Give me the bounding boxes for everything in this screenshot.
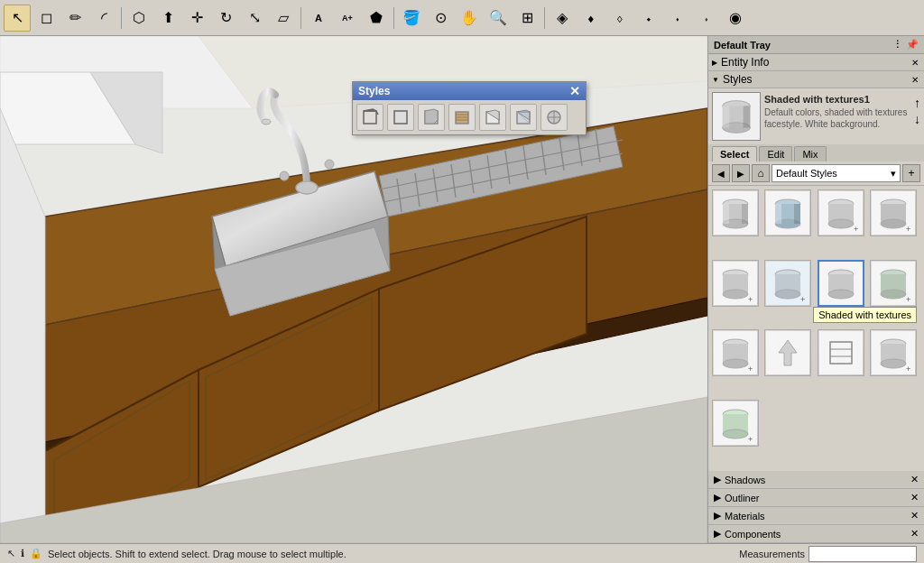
svg-point-125 — [723, 359, 748, 368]
zoom-tool-button[interactable]: 🔍 — [485, 5, 512, 32]
style-shaded-btn[interactable] — [418, 104, 445, 131]
style-cell-2[interactable] — [764, 189, 811, 236]
outliner-close-icon[interactable]: ✕ — [910, 492, 919, 503]
styles-panel-close-icon[interactable]: ✕ — [569, 85, 580, 97]
home-button[interactable]: ⌂ — [752, 164, 770, 182]
extra-tool-4[interactable]: ⬩ — [635, 5, 662, 32]
move-tool-button[interactable]: ✛ — [183, 5, 210, 32]
refresh-up-icon[interactable]: ↑ — [914, 96, 920, 110]
materials-close-icon[interactable]: ✕ — [910, 510, 919, 521]
svg-point-48 — [280, 171, 289, 180]
tab-mix[interactable]: Mix — [794, 146, 826, 162]
style-extra-btn[interactable] — [541, 104, 568, 131]
style-wireframe-btn[interactable] — [356, 104, 383, 131]
refresh-controls: ↑ ↓ — [914, 92, 920, 141]
extra-tool-2[interactable]: ⬧ — [578, 5, 605, 32]
style-cell-9[interactable]: + — [712, 329, 759, 376]
styles-dropdown[interactable]: Default Styles ▾ — [772, 164, 901, 182]
scale-tool-button[interactable]: ⤡ — [241, 5, 268, 32]
style-cell-7[interactable] — [818, 260, 864, 307]
style-hidden-btn[interactable] — [387, 104, 414, 131]
style-cell-3[interactable]: + — [818, 189, 864, 236]
pushpull-tool-button[interactable]: ⬆ — [154, 5, 181, 32]
orbit-tool-button[interactable]: ⊙ — [427, 5, 454, 32]
toolbar: ↖ ◻ ✏ ◜ ⬡ ⬆ ✛ ↻ ⤡ ▱ A A+ ⬟ 🪣 ⊙ ✋ 🔍 ⊞ ◈ ⬧… — [0, 0, 924, 36]
extra-tool-6[interactable]: ⬫ — [693, 5, 720, 32]
select-tool-button[interactable]: ↖ — [4, 5, 31, 32]
style-cell-5[interactable]: + — [712, 260, 759, 307]
tray-pin-icon[interactable]: 📌 — [906, 39, 919, 51]
pan-tool-button[interactable]: ✋ — [456, 5, 483, 32]
measurements-input[interactable] — [808, 546, 917, 562]
3dtext-tool-button[interactable]: A+ — [334, 5, 361, 32]
toolbar-separator-4 — [544, 7, 545, 29]
forward-button[interactable]: ▶ — [732, 164, 750, 182]
svg-text:+: + — [748, 435, 753, 444]
style-cell-12[interactable]: + — [870, 329, 917, 376]
measurements-area: Measurements — [739, 546, 917, 562]
style-cell-1[interactable] — [712, 189, 759, 236]
svg-rect-86 — [742, 204, 748, 224]
svg-point-101 — [881, 219, 906, 228]
style-cell-8[interactable]: + — [870, 260, 917, 307]
style-xray-btn[interactable] — [510, 104, 537, 131]
extra-tool-1[interactable]: ◈ — [549, 5, 576, 32]
shadows-triangle-icon: ▶ — [714, 474, 721, 485]
style-cell-10[interactable] — [764, 329, 811, 376]
svg-point-96 — [828, 219, 854, 228]
eraser-tool-button[interactable]: ◻ — [32, 5, 60, 32]
add-style-button[interactable]: + — [902, 164, 920, 182]
measure-tool-button[interactable]: ⬟ — [363, 5, 390, 32]
tray-title: Default Tray — [714, 40, 771, 51]
materials-label: Materials — [725, 511, 765, 521]
tray-controls: ⋮ 📌 — [892, 39, 919, 51]
extra-tool-5[interactable]: ⬪ — [664, 5, 691, 32]
app-container: ↖ ◻ ✏ ◜ ⬡ ⬆ ✛ ↻ ⤡ ▱ A A+ ⬟ 🪣 ⊙ ✋ 🔍 ⊞ ◈ ⬧… — [0, 0, 924, 563]
styles-section-header[interactable]: ▼ Styles ✕ — [708, 71, 924, 88]
toolbar-separator-3 — [393, 7, 394, 29]
svg-rect-92 — [794, 204, 800, 224]
style-preview-info: Shaded with textures1 Default colors, sh… — [764, 92, 910, 141]
refresh-down-icon[interactable]: ↓ — [914, 112, 920, 126]
materials-section[interactable]: ▶ Materials ✕ — [708, 507, 924, 525]
extra-tool-7[interactable]: ◉ — [722, 5, 749, 32]
styles-section-label: Styles — [723, 73, 753, 86]
back-button[interactable]: ◀ — [712, 164, 730, 182]
style-grid: + + — [708, 186, 924, 471]
components-close-icon[interactable]: ✕ — [910, 528, 919, 540]
style-monochrome-btn[interactable] — [479, 104, 506, 131]
outliner-section[interactable]: ▶ Outliner ✕ — [708, 489, 924, 507]
arc-tool-button[interactable]: ◜ — [90, 5, 117, 32]
materials-triangle-icon: ▶ — [714, 510, 721, 521]
svg-marker-58 — [364, 109, 376, 111]
style-cell-4[interactable]: + — [870, 189, 917, 236]
paint-tool-button[interactable]: 🪣 — [398, 5, 425, 32]
pencil-tool-button[interactable]: ✏ — [61, 5, 88, 32]
styles-close-icon[interactable]: ✕ — [910, 75, 920, 85]
text-tool-button[interactable]: A — [305, 5, 332, 32]
tray-menu-icon[interactable]: ⋮ — [892, 39, 902, 51]
style-cell-6[interactable]: + — [764, 260, 811, 307]
rotate-tool-button[interactable]: ↻ — [212, 5, 239, 32]
svg-rect-91 — [775, 204, 781, 224]
svg-point-116 — [828, 290, 854, 299]
styles-tabs: Select Edit Mix — [708, 144, 924, 162]
tab-select[interactable]: Select — [712, 146, 757, 162]
shadows-label: Shadows — [725, 475, 765, 485]
tab-edit[interactable]: Edit — [759, 146, 792, 162]
svg-point-136 — [881, 359, 906, 368]
style-textured-btn[interactable] — [448, 104, 476, 131]
style-cell-13[interactable]: + — [712, 400, 759, 447]
offset-tool-button[interactable]: ▱ — [270, 5, 297, 32]
viewport[interactable]: Styles ✕ — [0, 36, 707, 543]
entity-info-close-icon[interactable]: ✕ — [910, 58, 920, 68]
zoom-extent-tool-button[interactable]: ⊞ — [513, 5, 541, 32]
components-section[interactable]: ▶ Components ✕ — [708, 525, 924, 543]
styles-section: ▼ Styles ✕ — [708, 71, 924, 471]
entity-info-section-header[interactable]: ▶ Entity Info ✕ — [708, 54, 924, 71]
extra-tool-3[interactable]: ⬨ — [606, 5, 633, 32]
shapes-tool-button[interactable]: ⬡ — [125, 5, 152, 32]
shadows-close-icon[interactable]: ✕ — [910, 474, 919, 485]
shadows-section[interactable]: ▶ Shadows ✕ — [708, 471, 924, 489]
style-cell-11[interactable] — [818, 329, 864, 376]
